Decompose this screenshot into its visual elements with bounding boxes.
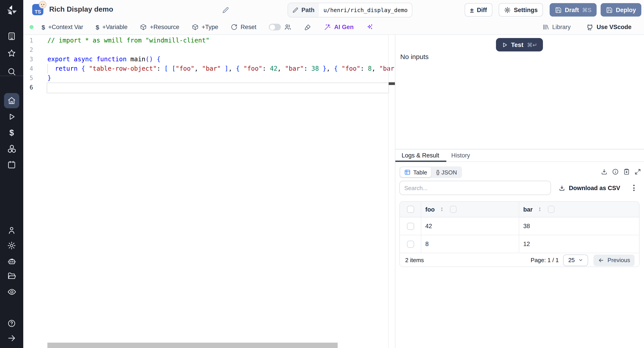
horizontal-scrollbar[interactable] bbox=[48, 343, 338, 348]
draft-label: Draft bbox=[565, 6, 579, 13]
sidebar-item-resources[interactable] bbox=[0, 143, 23, 154]
cursor-overview-mark bbox=[389, 82, 395, 85]
code-line[interactable]: return { "table-row-object": [ ["foo", "… bbox=[48, 64, 395, 73]
code-editor[interactable]: 123456 // import * as wmill from "windmi… bbox=[23, 35, 395, 348]
sidebar-item-users[interactable] bbox=[0, 225, 23, 236]
sidebar-item-home[interactable] bbox=[4, 93, 19, 108]
code-line[interactable]: export async function main() { bbox=[48, 54, 160, 64]
page-size-value: 25 bbox=[568, 257, 575, 264]
sidebar: $ bbox=[0, 0, 23, 348]
sort-icon[interactable] bbox=[537, 206, 542, 212]
sidebar-item-settings[interactable] bbox=[0, 240, 23, 251]
row-select-cell bbox=[400, 235, 421, 253]
ai-sparkles-button[interactable] bbox=[366, 24, 374, 31]
sidebar-item-help[interactable] bbox=[0, 318, 23, 329]
column-option-box[interactable] bbox=[548, 206, 554, 213]
table-row[interactable]: 812 bbox=[400, 235, 639, 253]
package-icon bbox=[192, 24, 198, 30]
more-options-button[interactable] bbox=[630, 182, 637, 194]
clipboard-copy-icon[interactable] bbox=[623, 168, 630, 175]
result-table-body: 4238812 bbox=[400, 218, 639, 253]
sidebar-item-search[interactable] bbox=[0, 66, 23, 77]
boxes-icon bbox=[7, 144, 16, 153]
view-json-button[interactable]: {} JSON bbox=[432, 167, 461, 177]
previous-page-button[interactable]: Previous bbox=[594, 254, 634, 266]
library-label: Library bbox=[552, 24, 571, 30]
diff-button[interactable]: ± Diff bbox=[465, 3, 492, 16]
windmill-script-editor: $ TS bbox=[0, 0, 644, 348]
settings-button[interactable]: Settings bbox=[499, 3, 543, 16]
info-icon[interactable] bbox=[612, 168, 619, 175]
add-context-var-button[interactable]: $ +Context Var bbox=[42, 24, 83, 31]
column-option-box[interactable] bbox=[450, 206, 456, 213]
tab-logs-result[interactable]: Logs & Result bbox=[402, 152, 439, 159]
expand-icon[interactable] bbox=[634, 168, 641, 175]
use-vscode-button[interactable]: Use VScode bbox=[586, 24, 632, 31]
deploy-button[interactable]: Deploy bbox=[600, 3, 641, 16]
sort-icon[interactable] bbox=[439, 206, 444, 212]
windmill-logo-icon[interactable] bbox=[0, 4, 23, 16]
row-checkbox[interactable] bbox=[407, 222, 414, 230]
save-icon bbox=[606, 6, 613, 13]
sidebar-item-schedules[interactable] bbox=[0, 159, 23, 170]
draft-button[interactable]: Draft ⌘S bbox=[550, 3, 597, 16]
row-checkbox[interactable] bbox=[407, 240, 414, 248]
editor-toolbar: $ +Context Var $ +Variable +Resource +Ty… bbox=[23, 20, 644, 35]
path-label: Path bbox=[302, 7, 314, 14]
row-checkbox[interactable] bbox=[407, 206, 414, 213]
draft-shortcut: ⌘S bbox=[582, 6, 592, 13]
code-line[interactable]: // import * as wmill from "windmill-clie… bbox=[48, 36, 210, 45]
users-icon bbox=[284, 23, 292, 31]
sidebar-item-favorites[interactable] bbox=[0, 48, 23, 58]
reset-icon bbox=[231, 24, 238, 30]
user-icon bbox=[7, 226, 16, 235]
sidebar-item-folders[interactable] bbox=[0, 270, 23, 281]
download-icon[interactable] bbox=[600, 168, 608, 175]
settings-label: Settings bbox=[514, 6, 538, 13]
sidebar-item-building[interactable] bbox=[0, 31, 23, 42]
path-chip[interactable]: Path u/henri/rich_display_demo bbox=[288, 3, 412, 18]
table-icon bbox=[404, 169, 410, 175]
octocat-icon bbox=[586, 24, 594, 31]
tab-history[interactable]: History bbox=[451, 152, 470, 159]
cell-value: 8 bbox=[425, 241, 429, 247]
result-table-footer: 2 items Page: 1 / 1 25 Previous bbox=[400, 253, 639, 267]
diff-mode-toggle[interactable] bbox=[269, 24, 281, 30]
sidebar-item-runs[interactable] bbox=[0, 112, 23, 122]
chevron-down-icon bbox=[578, 258, 583, 262]
test-label: Test bbox=[511, 41, 524, 48]
add-variable-button[interactable]: $ +Variable bbox=[96, 24, 128, 31]
table-row[interactable]: 4238 bbox=[400, 218, 639, 235]
search-input[interactable] bbox=[399, 181, 551, 195]
status-dot bbox=[30, 25, 34, 29]
download-csv-button[interactable]: Download as CSV bbox=[558, 182, 620, 194]
reset-button[interactable]: Reset bbox=[231, 24, 256, 30]
eye-icon bbox=[7, 287, 16, 296]
use-vscode-label: Use VScode bbox=[596, 24, 632, 30]
paintbrush-icon bbox=[304, 24, 312, 31]
overview-ruler bbox=[388, 35, 395, 348]
arrow-left-icon bbox=[598, 257, 604, 263]
cell-value: 38 bbox=[523, 223, 530, 230]
test-button[interactable]: Test ⌘↵ bbox=[496, 38, 543, 52]
column-header: foo bbox=[421, 202, 519, 217]
add-type-button[interactable]: +Type bbox=[192, 24, 218, 30]
sidebar-item-variables[interactable]: $ bbox=[0, 128, 23, 138]
sidebar-collapse-toggle[interactable] bbox=[0, 333, 23, 344]
code-line[interactable]: } bbox=[48, 73, 51, 83]
view-table-button[interactable]: Table bbox=[400, 167, 431, 177]
view-table-label: Table bbox=[413, 169, 427, 176]
page-size-select[interactable]: 25 bbox=[563, 254, 588, 266]
ai-gen-label: AI Gen bbox=[334, 24, 354, 30]
sidebar-item-workers[interactable] bbox=[0, 256, 23, 266]
cell-value: 12 bbox=[523, 241, 530, 247]
add-resource-button[interactable]: +Resource bbox=[140, 24, 179, 30]
sidebar-item-audit[interactable] bbox=[0, 286, 23, 297]
format-button[interactable] bbox=[304, 24, 312, 31]
edit-summary-button[interactable] bbox=[222, 7, 229, 14]
ai-gen-button[interactable]: AI Gen bbox=[324, 24, 354, 31]
add-context-var-label: +Context Var bbox=[48, 24, 83, 30]
library-button[interactable]: Library bbox=[542, 24, 571, 30]
table-cell: 8 bbox=[421, 235, 519, 253]
dollar-icon: $ bbox=[96, 24, 99, 31]
